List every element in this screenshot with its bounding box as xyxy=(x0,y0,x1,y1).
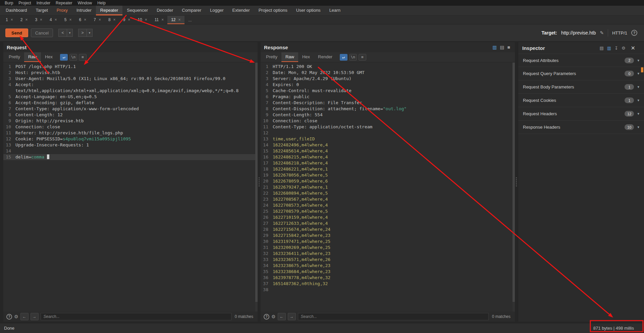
repeater-tab-2[interactable]: 2× xyxy=(17,16,32,24)
repeater-tab-6[interactable]: 6× xyxy=(75,16,90,24)
inspector-section-request-body-parameters[interactable]: Request Body Parameters1▾ xyxy=(518,80,644,94)
tab-user-options[interactable]: User options xyxy=(292,6,325,15)
layout-single-icon[interactable]: ■ xyxy=(507,45,510,50)
tab-learn[interactable]: Learn xyxy=(325,6,345,15)
splitter-handle-icon[interactable] xyxy=(259,178,260,186)
tab-logger[interactable]: Logger xyxy=(206,6,228,15)
response-search-input[interactable] xyxy=(298,313,489,320)
splitter-handle-icon[interactable] xyxy=(516,178,517,186)
response-editor[interactable]: 1HTTP/1.1 200 OK2Date: Mon, 02 May 2022 … xyxy=(261,62,515,312)
repeater-tab-overflow[interactable]: ... xyxy=(184,16,196,24)
tab-target[interactable]: Target xyxy=(32,6,52,15)
menu-help[interactable]: Help xyxy=(95,1,108,5)
view-tab-raw[interactable]: Raw xyxy=(281,52,298,62)
tab-intruder[interactable]: Intruder xyxy=(72,6,96,15)
layout-columns-icon[interactable]: ▥ xyxy=(492,45,497,50)
inspector-section-request-query-parameters[interactable]: Request Query Parameters0▾ xyxy=(518,67,644,80)
close-tab-icon[interactable]: × xyxy=(113,17,116,22)
repeater-tab-9[interactable]: 9× xyxy=(119,16,134,24)
layout-rows-icon[interactable]: ▤ xyxy=(500,45,504,50)
repeater-tab-7[interactable]: 7× xyxy=(90,16,105,24)
search-prev-button[interactable]: ← xyxy=(20,313,29,320)
view-tab-pretty[interactable]: Pretty xyxy=(5,52,24,62)
inspector-section-request-cookies[interactable]: Request Cookies1▾ xyxy=(518,94,644,107)
cancel-button[interactable]: Cancel xyxy=(31,28,53,37)
tab-extender[interactable]: Extender xyxy=(228,6,254,15)
edit-target-icon[interactable]: ✎ xyxy=(600,30,604,36)
soft-wrap-toggle[interactable]: ↵ xyxy=(340,54,347,61)
menu-burp[interactable]: Burp xyxy=(2,1,16,5)
repeater-tab-8[interactable]: 8× xyxy=(105,16,119,24)
view-tab-hex[interactable]: Hex xyxy=(41,52,57,62)
view-tab-hex[interactable]: Hex xyxy=(298,52,314,62)
close-tab-icon[interactable]: × xyxy=(40,17,42,22)
request-scrollbar[interactable] xyxy=(255,62,258,312)
close-tab-icon[interactable]: × xyxy=(25,17,28,22)
soft-wrap-toggle[interactable]: ↵ xyxy=(60,54,68,61)
forward-dropdown-icon[interactable]: ▾ xyxy=(87,29,93,37)
search-settings-icon[interactable]: ⚙ xyxy=(271,314,276,319)
repeater-tab-10[interactable]: 10× xyxy=(134,16,151,24)
editor-menu-button[interactable]: ≡ xyxy=(359,54,366,61)
close-tab-icon[interactable]: × xyxy=(55,17,57,22)
search-next-button[interactable]: → xyxy=(288,313,296,320)
tab-proxy[interactable]: Proxy xyxy=(52,6,72,15)
close-tab-icon[interactable]: × xyxy=(69,17,72,22)
close-tab-icon[interactable]: × xyxy=(145,17,147,22)
tab-sequencer[interactable]: Sequencer xyxy=(122,6,152,15)
menu-repeater[interactable]: Repeater xyxy=(53,1,75,5)
forward-button[interactable]: > xyxy=(78,29,87,37)
tab-comparer[interactable]: Comparer xyxy=(177,6,206,15)
menu-window[interactable]: Window xyxy=(75,1,95,5)
editor-menu-button[interactable]: ≡ xyxy=(79,54,87,61)
tab-dashboard[interactable]: Dashboard xyxy=(1,6,32,15)
close-tab-icon[interactable]: × xyxy=(161,17,164,22)
close-tab-icon[interactable]: × xyxy=(99,17,101,22)
repeater-tab-11[interactable]: 11× xyxy=(151,16,167,24)
view-tab-render[interactable]: Render xyxy=(314,52,336,62)
search-help-icon[interactable]: ? xyxy=(6,314,12,320)
repeater-tab-12[interactable]: 12× xyxy=(167,16,184,24)
inspector-section-response-headers[interactable]: Response Headers10▾ xyxy=(518,121,644,134)
menu-project[interactable]: Project xyxy=(16,1,34,5)
inspector-collapse-icon[interactable]: ↧ xyxy=(614,46,618,51)
inspector-section-request-headers[interactable]: Request Headers12▾ xyxy=(518,107,644,121)
menu-intruder[interactable]: Intruder xyxy=(34,1,53,5)
close-tab-icon[interactable]: × xyxy=(128,17,130,22)
show-newlines-toggle[interactable]: \n xyxy=(349,54,357,61)
inspector-close-icon[interactable]: ✕ xyxy=(631,45,635,51)
search-settings-icon[interactable]: ⚙ xyxy=(14,314,18,319)
line-number: 8 xyxy=(3,112,14,118)
response-scrollbar[interactable] xyxy=(513,62,515,312)
show-newlines-toggle[interactable]: \n xyxy=(69,54,77,61)
view-tab-raw[interactable]: Raw xyxy=(24,52,41,62)
help-icon[interactable]: ? xyxy=(631,30,637,36)
back-button[interactable]: < xyxy=(58,29,67,37)
send-button[interactable]: Send xyxy=(5,28,28,37)
inspector-layout-columns-icon[interactable]: ▥ xyxy=(607,46,611,51)
request-editor[interactable]: 1POST /logs.php HTTP/1.12Host: previse.h… xyxy=(3,62,258,312)
request-search-input[interactable] xyxy=(41,313,231,320)
inspector-section-request-attributes[interactable]: Request Attributes2▾ xyxy=(518,54,644,67)
request-scrollbar-thumb[interactable] xyxy=(255,63,258,302)
inspector-layout-rows-icon[interactable]: ▤ xyxy=(599,46,603,51)
repeater-tab-5[interactable]: 5× xyxy=(61,16,75,24)
search-help-icon[interactable]: ? xyxy=(264,314,269,320)
repeater-tab-1[interactable]: 1× xyxy=(2,16,17,24)
tab-repeater[interactable]: Repeater xyxy=(96,6,122,15)
search-next-button[interactable]: → xyxy=(31,313,39,320)
inspector-settings-icon[interactable]: ⚙ xyxy=(622,46,626,51)
tab-decoder[interactable]: Decoder xyxy=(152,6,177,15)
repeater-tab-3[interactable]: 3× xyxy=(31,16,46,24)
view-tab-pretty[interactable]: Pretty xyxy=(262,52,281,62)
repeater-tab-4[interactable]: 4× xyxy=(46,16,61,24)
response-scrollbar-thumb[interactable] xyxy=(513,63,515,302)
close-tab-icon[interactable]: × xyxy=(11,17,13,22)
request-response-splitter[interactable] xyxy=(258,42,261,322)
close-tab-icon[interactable]: × xyxy=(178,17,181,22)
close-tab-icon[interactable]: × xyxy=(84,17,86,22)
back-dropdown-icon[interactable]: ▾ xyxy=(67,29,73,37)
response-inspector-splitter[interactable] xyxy=(515,42,518,322)
search-prev-button[interactable]: ← xyxy=(278,313,286,320)
tab-project-options[interactable]: Project options xyxy=(254,6,292,15)
